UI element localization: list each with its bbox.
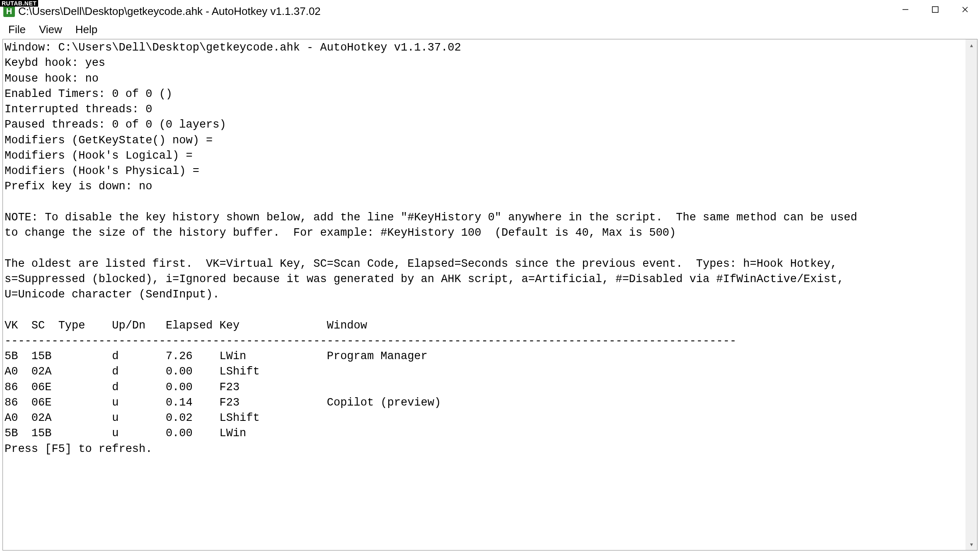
- maximize-button[interactable]: [920, 0, 950, 19]
- table-row: 5B 15B u 0.00 LWin: [5, 427, 327, 440]
- note-line-2: to change the size of the history buffer…: [5, 227, 676, 239]
- watermark-label: RUTAB.NET: [0, 0, 38, 7]
- content-area: Window: C:\Users\Dell\Desktop\getkeycode…: [2, 39, 978, 551]
- minimize-icon: [902, 6, 909, 13]
- paused-threads-line: Paused threads: 0 of 0 (0 layers): [5, 118, 226, 131]
- table-row: A0 02A d 0.00 LShift: [5, 365, 327, 378]
- note-line-1: NOTE: To disable the key history shown b…: [5, 211, 857, 224]
- prefix-key-line: Prefix key is down: no: [5, 180, 152, 193]
- table-row: 5B 15B d 7.26 LWin Program Manager: [5, 350, 428, 362]
- maximize-icon: [932, 6, 939, 13]
- enabled-timers-line: Enabled Timers: 0 of 0 (): [5, 88, 172, 100]
- legend-line-1: The oldest are listed first. VK=Virtual …: [5, 258, 837, 270]
- table-row: 86 06E d 0.00 F23: [5, 381, 327, 394]
- vertical-scrollbar[interactable]: ▴ ▾: [965, 39, 977, 550]
- menu-view[interactable]: View: [32, 22, 69, 38]
- window-title: C:\Users\Dell\Desktop\getkeycode.ahk - A…: [18, 5, 321, 18]
- scroll-down-arrow-icon[interactable]: ▾: [965, 539, 977, 550]
- table-header: VK SC Type Up/Dn Elapsed Key Window: [5, 319, 367, 332]
- table-row: 86 06E u 0.14 F23 Copilot (preview): [5, 396, 441, 409]
- window-controls: [890, 0, 980, 19]
- modifiers-getkeystate-line: Modifiers (GetKeyState() now) =: [5, 134, 219, 147]
- table-row: A0 02A u 0.02 LShift: [5, 412, 327, 424]
- menubar: File View Help: [0, 21, 980, 39]
- menu-help[interactable]: Help: [69, 22, 104, 38]
- svg-rect-1: [932, 7, 938, 12]
- scroll-up-arrow-icon[interactable]: ▴: [965, 39, 977, 51]
- titlebar: H C:\Users\Dell\Desktop\getkeycode.ahk -…: [0, 0, 980, 21]
- window-info-line: Window: C:\Users\Dell\Desktop\getkeycode…: [5, 41, 461, 54]
- modifiers-logical-line: Modifiers (Hook's Logical) =: [5, 150, 199, 162]
- interrupted-threads-line: Interrupted threads: 0: [5, 103, 152, 116]
- legend-line-2: s=Suppressed (blocked), i=Ignored becaus…: [5, 273, 844, 285]
- legend-line-3: U=Unicode character (SendInput).: [5, 288, 219, 301]
- keybd-hook-line: Keybd hook: yes: [5, 57, 105, 69]
- app-icon: H: [3, 5, 15, 17]
- mouse-hook-line: Mouse hook: no: [5, 72, 99, 85]
- close-icon: [961, 6, 969, 13]
- modifiers-physical-line: Modifiers (Hook's Physical) =: [5, 165, 206, 177]
- close-button[interactable]: [950, 0, 980, 19]
- refresh-hint: Press [F5] to refresh.: [5, 443, 152, 455]
- key-history-text: Window: C:\Users\Dell\Desktop\getkeycode…: [3, 39, 977, 458]
- table-divider: ----------------------------------------…: [5, 335, 736, 347]
- minimize-button[interactable]: [890, 0, 920, 19]
- menu-file[interactable]: File: [5, 22, 32, 38]
